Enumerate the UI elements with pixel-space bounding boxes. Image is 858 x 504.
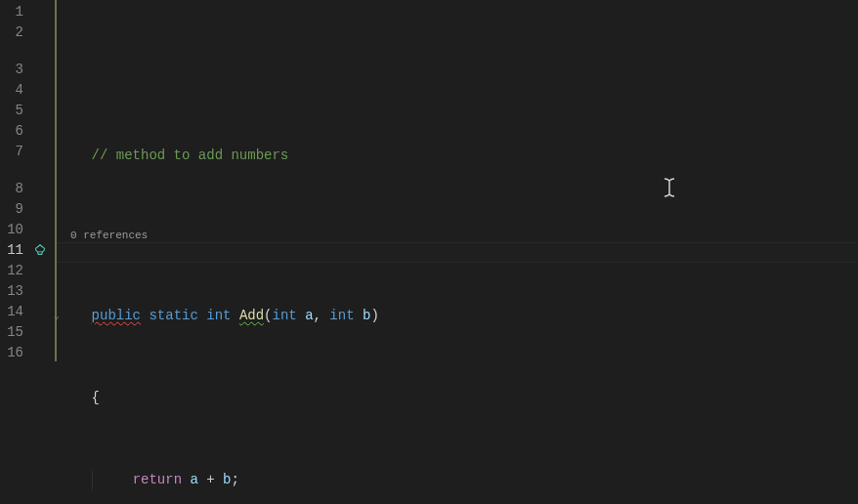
line-number: 8 bbox=[0, 179, 29, 199]
line-number-gutter: 1 2 3 4 5 6 7 8 9 10 11 12 13 14 15 16 bbox=[0, 0, 29, 504]
code-line[interactable]: // method to add numbers bbox=[59, 146, 858, 166]
mouse-ibeam-cursor bbox=[633, 156, 676, 223]
keyword: int bbox=[206, 308, 231, 323]
line-number: 14 bbox=[0, 302, 29, 322]
line-number: 12 bbox=[0, 261, 29, 281]
glyph-margin bbox=[29, 0, 51, 504]
keyword: public bbox=[92, 308, 141, 323]
line-number: 9 bbox=[0, 199, 29, 220]
comment: // method to add numbers bbox=[92, 147, 289, 163]
lightbulb-icon[interactable] bbox=[33, 243, 47, 261]
code-line[interactable]: return a + b; bbox=[59, 470, 858, 490]
keyword: static bbox=[149, 308, 197, 323]
line-number: 16 bbox=[0, 343, 29, 363]
line-number: 10 bbox=[0, 220, 29, 240]
line-number: 6 bbox=[0, 121, 29, 142]
line-number: 15 bbox=[0, 322, 29, 343]
code-content[interactable]: // method to add numbers 0 references ⌄ … bbox=[51, 0, 858, 504]
line-number: 2 bbox=[0, 22, 29, 43]
line-number: 4 bbox=[0, 80, 29, 101]
code-line[interactable]: { bbox=[59, 388, 858, 408]
line-number: 5 bbox=[0, 101, 29, 121]
code-line[interactable]: ⌄ public static int Add(int a, int b) bbox=[59, 306, 858, 326]
codelens-references[interactable]: 0 references bbox=[59, 228, 858, 244]
line-number: 3 bbox=[0, 60, 29, 80]
line-number-active: 11 bbox=[0, 240, 29, 261]
chevron-down-icon[interactable]: ⌄ bbox=[51, 306, 63, 326]
line-number: 13 bbox=[0, 281, 29, 302]
code-line[interactable] bbox=[59, 63, 858, 84]
code-editor[interactable]: 1 2 3 4 5 6 7 8 9 10 11 12 13 14 15 16 /… bbox=[0, 0, 858, 504]
line-number: 7 bbox=[0, 142, 29, 162]
method-name: Add bbox=[239, 308, 264, 323]
line-number: 1 bbox=[0, 2, 29, 22]
